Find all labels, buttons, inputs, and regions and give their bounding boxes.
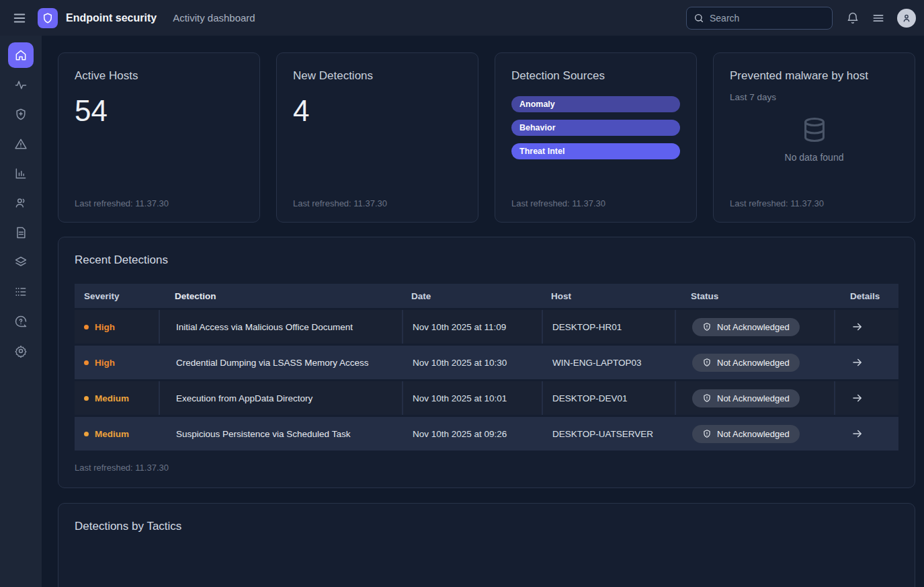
last-refreshed: Last refreshed: 11.37.30 (75, 463, 898, 473)
col-header-details: Details (834, 284, 898, 308)
sidebar-item-home[interactable] (8, 42, 34, 68)
users-icon (14, 196, 28, 210)
source-badge-anomaly[interactable]: Anomaly (511, 96, 680, 112)
notifications-button[interactable] (843, 9, 862, 28)
empty-text: No data found (785, 152, 844, 163)
col-header-host: Host (542, 284, 675, 308)
details-arrow-button[interactable] (851, 321, 864, 333)
home-icon (14, 48, 28, 62)
sidebar-item-tasks[interactable] (8, 279, 34, 305)
severity-label: Medium (95, 429, 129, 439)
last-refreshed: Last refreshed: 11.37.30 (511, 198, 605, 208)
col-header-detection: Detection (159, 284, 402, 308)
table-row[interactable]: Medium Execution from AppData Directory … (75, 381, 898, 415)
status-label: Not Acknowledged (717, 358, 790, 368)
severity-cell: High (75, 346, 159, 379)
severity-label: High (95, 358, 115, 368)
nav-item-activity-dashboard[interactable]: Activity dashboard (173, 12, 255, 24)
new-detections-card: New Detections 4 Last refreshed: 11.37.3… (276, 52, 478, 223)
severity-cell: High (75, 310, 159, 344)
user-avatar[interactable] (897, 9, 916, 28)
document-icon (14, 226, 28, 239)
gear-icon (14, 344, 28, 358)
detection-name: Execution from AppData Directory (159, 381, 402, 415)
app-title: Endpoint security (66, 12, 157, 24)
menu-icon (872, 11, 885, 25)
alert-triangle-icon (14, 137, 28, 151)
sidebar-item-protection[interactable] (8, 102, 34, 127)
stats-row: Active Hosts 54 Last refreshed: 11.37.30… (58, 52, 915, 223)
status-label: Not Acknowledged (717, 393, 790, 403)
new-detections-value: 4 (293, 96, 462, 126)
empty-state: No data found (730, 114, 898, 163)
source-badge-behavior[interactable]: Behavior (511, 120, 680, 136)
brand-logo[interactable] (38, 8, 58, 28)
search-input[interactable] (710, 13, 825, 24)
detection-name: Suspicious Persistence via Scheduled Tas… (159, 417, 402, 451)
table-row[interactable]: High Credential Dumping via LSASS Memory… (75, 346, 898, 379)
sidebar-item-reports[interactable] (8, 161, 34, 186)
detection-name: Initial Access via Malicious Office Docu… (159, 310, 402, 344)
detection-sources-card: Detection Sources Anomaly Behavior Threa… (495, 52, 697, 223)
acknowledge-status-button[interactable]: Not Acknowledged (692, 318, 800, 336)
status-label: Not Acknowledged (717, 322, 790, 332)
details-arrow-button[interactable] (851, 392, 864, 404)
shield-alert-icon (702, 322, 712, 331)
severity-label: High (95, 322, 115, 332)
shield-plus-icon (14, 108, 28, 121)
active-hosts-card: Active Hosts 54 Last refreshed: 11.37.30 (58, 52, 260, 223)
severity-cell: Medium (75, 381, 159, 415)
card-title: Active Hosts (75, 69, 243, 83)
hamburger-icon (12, 11, 27, 26)
section-title: Recent Detections (75, 253, 898, 267)
last-refreshed: Last refreshed: 11.37.30 (730, 198, 824, 208)
detection-name: Credential Dumping via LSASS Memory Acce… (159, 346, 402, 379)
shield-icon (42, 12, 54, 24)
layers-icon (14, 256, 28, 269)
sidebar-item-inventory[interactable] (8, 249, 34, 275)
card-title: Detection Sources (511, 69, 680, 83)
detection-host: DESKTOP-UATSERVER (542, 417, 675, 451)
detections-table: Severity Detection Date Host Status Deta… (75, 284, 898, 451)
table-row[interactable]: High Initial Access via Malicious Office… (75, 310, 898, 344)
severity-dot (84, 432, 89, 436)
sidebar-item-activity[interactable] (8, 72, 34, 97)
bell-icon (846, 11, 859, 25)
search-box[interactable] (686, 7, 833, 30)
details-arrow-button[interactable] (851, 428, 864, 440)
acknowledge-status-button[interactable]: Not Acknowledged (692, 354, 800, 372)
detection-sources-badges: Anomaly Behavior Threat Intel (511, 96, 680, 159)
table-row[interactable]: Medium Suspicious Persistence via Schedu… (75, 417, 898, 451)
col-header-status: Status (675, 284, 834, 308)
acknowledge-status-button[interactable]: Not Acknowledged (692, 425, 800, 443)
sidebar-item-logs[interactable] (8, 220, 34, 245)
table-header-row: Severity Detection Date Host Status Deta… (75, 284, 898, 308)
severity-cell: Medium (75, 417, 159, 451)
detection-date: Nov 10th 2025 at 10:30 (402, 346, 542, 379)
sidebar-item-users[interactable] (8, 190, 34, 216)
section-title: Detections by Tactics (75, 520, 898, 533)
status-label: Not Acknowledged (717, 429, 790, 439)
sidebar-item-settings[interactable] (8, 338, 34, 364)
details-arrow-button[interactable] (851, 356, 864, 368)
search-icon (694, 13, 704, 24)
recent-detections-card: Recent Detections Severity Detection Dat… (58, 237, 915, 488)
detection-host: DESKTOP-DEV01 (542, 381, 675, 415)
detection-date: Nov 10th 2025 at 10:01 (402, 381, 542, 415)
apps-menu-button[interactable] (869, 9, 888, 28)
user-icon (901, 13, 912, 24)
bar-chart-icon (14, 167, 28, 180)
prevented-malware-card: Prevented malware by host Last 7 days No… (713, 52, 915, 223)
source-badge-threat-intel[interactable]: Threat Intel (511, 143, 680, 159)
sidebar-item-help[interactable] (8, 309, 34, 334)
card-title: Prevented malware by host (730, 69, 898, 83)
severity-label: Medium (95, 393, 129, 403)
last-refreshed: Last refreshed: 11.37.30 (293, 198, 387, 208)
detection-date: Nov 10th 2025 at 09:26 (402, 417, 542, 451)
severity-dot (84, 325, 89, 329)
sidebar-toggle-button[interactable] (9, 8, 30, 28)
shield-alert-icon (702, 393, 712, 403)
acknowledge-status-button[interactable]: Not Acknowledged (692, 389, 800, 407)
sidebar-item-alerts[interactable] (8, 131, 34, 157)
detection-host: WIN-ENG-LAPTOP03 (542, 346, 675, 379)
